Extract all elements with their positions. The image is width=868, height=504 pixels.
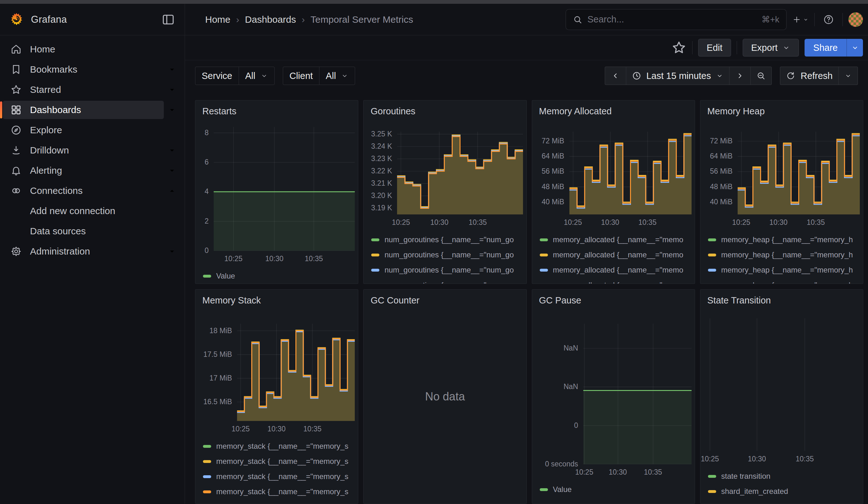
legend-item[interactable]: memory_allocated {__name__="memo (540, 232, 695, 247)
legend-item[interactable]: memory_stack {__name__="memory_s (203, 469, 358, 484)
breadcrumb-item-dashboards[interactable]: Dashboards (245, 14, 296, 25)
share-button[interactable]: Share (805, 39, 847, 56)
share-dropdown-button[interactable] (847, 39, 863, 56)
grafana-logo-icon[interactable] (9, 13, 23, 27)
chevron-down-icon[interactable] (164, 81, 180, 98)
time-range-picker[interactable]: Last 15 minutes (626, 67, 730, 85)
plot-area[interactable]: NaNNaN00 seconds (583, 324, 692, 464)
legend-item[interactable]: memory_allocated {__name__="memo (540, 278, 695, 284)
breadcrumb-item-home[interactable]: Home (205, 14, 230, 25)
legend-item[interactable]: num_goroutines {__name__="num_go (371, 278, 526, 284)
dock-sidebar-icon[interactable] (161, 13, 175, 27)
legend-series-label: Value (216, 271, 235, 280)
legend-item[interactable]: memory_allocated {__name__="memo (540, 247, 695, 263)
legend-item[interactable]: num_goroutines {__name__="num_go (371, 232, 526, 247)
y-axis-tick: 17.5 MiB (195, 350, 232, 359)
variable-value-dropdown[interactable]: All (239, 67, 274, 85)
panel-title[interactable]: GC Pause (532, 290, 695, 310)
sidebar-item-explore[interactable]: Explore (3, 121, 180, 139)
sidebar-item-drilldown[interactable]: Drilldown (3, 141, 164, 160)
sidebar-item-label: Administration (30, 246, 90, 257)
sidebar-item-home[interactable]: Home (3, 40, 180, 59)
sidebar-item-data-sources[interactable]: Data sources (3, 222, 180, 240)
sidebar-item-connections[interactable]: Connections (3, 182, 164, 200)
compass-icon (10, 124, 22, 136)
plot-area[interactable]: 72 MiB64 MiB56 MiB48 MiB40 MiB (569, 132, 692, 214)
legend-item[interactable]: memory_heap {__name__="memory_h (708, 278, 863, 284)
help-button[interactable] (820, 11, 837, 28)
time-back-button[interactable] (605, 67, 626, 85)
x-axis-tick: 10:35 (638, 218, 657, 227)
y-axis-tick: 0 (532, 421, 578, 430)
sidebar-item-alerting[interactable]: Alerting (3, 161, 164, 180)
legend-item[interactable]: state transition (708, 469, 863, 484)
edit-button[interactable]: Edit (698, 39, 731, 56)
chart-region[interactable]: 3.25 K3.24 K3.23 K3.22 K3.21 K3.20 K3.19… (364, 132, 526, 284)
chevron-down-icon[interactable] (164, 243, 180, 260)
plot-area[interactable]: 18 MiB17.5 MiB17 MiB16.5 MiB (237, 324, 355, 421)
new-create-button[interactable] (792, 11, 809, 28)
legend-item[interactable]: num_goroutines {__name__="num_go (371, 247, 526, 263)
chart-region[interactable]: 8642010:2510:3010:35Value (195, 127, 358, 284)
sidebar-row: Data sources (0, 221, 185, 241)
chevron-down-icon[interactable] (164, 142, 180, 158)
sidebar-item-bookmarks[interactable]: Bookmarks (3, 60, 164, 79)
panel-title[interactable]: Memory Stack (195, 290, 358, 310)
chevron-down-icon[interactable] (164, 61, 180, 78)
favorite-star-icon[interactable] (671, 40, 686, 55)
legend-item[interactable]: memory_stack {__name__="memory_s (203, 484, 358, 499)
legend-item[interactable]: Value (203, 268, 358, 284)
refresh-icon (786, 71, 795, 81)
breadcrumb: Home›Dashboards›Temporal Server Metrics (205, 14, 413, 25)
legend-item[interactable]: Value (540, 482, 695, 497)
panel-title[interactable]: Memory Heap (700, 101, 863, 121)
legend-item[interactable]: shard_item_created (708, 484, 863, 499)
legend-item[interactable]: memory_stack {__name__="memory_s (203, 439, 358, 454)
chart-svg (700, 318, 860, 451)
panel-title[interactable]: Memory Allocated (532, 101, 695, 121)
user-avatar[interactable] (848, 12, 863, 27)
export-button[interactable]: Export (743, 39, 799, 56)
time-forward-button[interactable] (729, 67, 750, 85)
chevron-down-icon[interactable] (164, 162, 180, 179)
gear-icon (10, 246, 22, 257)
chart-region[interactable]: NaNNaN00 seconds10:2510:3010:35Value (532, 324, 695, 497)
chart-region[interactable]: 72 MiB64 MiB56 MiB48 MiB40 MiB10:2510:30… (532, 132, 695, 284)
legend-item[interactable]: memory_heap {__name__="memory_h (708, 247, 863, 263)
sidebar-item-starred[interactable]: Starred (3, 81, 164, 99)
chevron-up-icon[interactable] (164, 183, 180, 199)
chevron-down-icon[interactable] (164, 102, 180, 118)
chart-region[interactable]: 18 MiB17.5 MiB17 MiB16.5 MiB10:2510:3010… (195, 324, 358, 499)
plot-area[interactable]: 86420 (214, 127, 355, 251)
sidebar-item-add-new-connection[interactable]: Add new connection (3, 202, 180, 220)
chart-region[interactable]: 10:2510:3010:35state transitionshard_ite… (700, 318, 863, 499)
legend-series-marker (203, 460, 211, 463)
y-axis-tick: 18 MiB (195, 327, 232, 335)
sidebar-item-dashboards[interactable]: Dashboards (3, 101, 164, 119)
y-axis-tick: 0 seconds (532, 460, 578, 468)
panel-title[interactable]: Restarts (195, 101, 358, 121)
plot-area[interactable]: 72 MiB64 MiB56 MiB48 MiB40 MiB (738, 132, 860, 214)
search-placeholder: Search... (587, 14, 757, 25)
legend-item[interactable]: memory_stack {__name__="memory_s (203, 454, 358, 469)
legend-item[interactable]: memory_allocated {__name__="memo (540, 263, 695, 278)
panel-title[interactable]: State Transition (700, 290, 863, 310)
search-input[interactable]: Search... ⌘+k (566, 9, 787, 30)
legend-item[interactable]: memory_heap {__name__="memory_h (708, 232, 863, 247)
refresh-button[interactable]: Refresh (780, 67, 838, 85)
sidebar-row: Explore (0, 120, 185, 140)
sidebar-item-administration[interactable]: Administration (3, 242, 164, 260)
chart-region[interactable]: 72 MiB64 MiB56 MiB48 MiB40 MiB10:2510:30… (700, 132, 863, 284)
sidebar-item-label: Connections (30, 185, 83, 196)
plot-area[interactable]: 3.25 K3.24 K3.23 K3.22 K3.21 K3.20 K3.19… (397, 132, 523, 214)
brand-title[interactable]: Grafana (31, 14, 67, 25)
zoom-out-button[interactable] (750, 67, 772, 85)
variable-value-dropdown[interactable]: All (319, 67, 355, 85)
legend-item[interactable]: num_goroutines {__name__="num_go (371, 263, 526, 278)
panel-title[interactable]: Goroutines (364, 101, 526, 121)
refresh-interval-dropdown[interactable] (838, 67, 858, 85)
legend-item[interactable]: memory_heap {__name__="memory_h (708, 263, 863, 278)
chart-svg (214, 127, 355, 251)
top-navigation-bar: Grafana Home›Dashboards›Temporal Server … (0, 4, 868, 35)
plot-area[interactable] (700, 318, 860, 451)
